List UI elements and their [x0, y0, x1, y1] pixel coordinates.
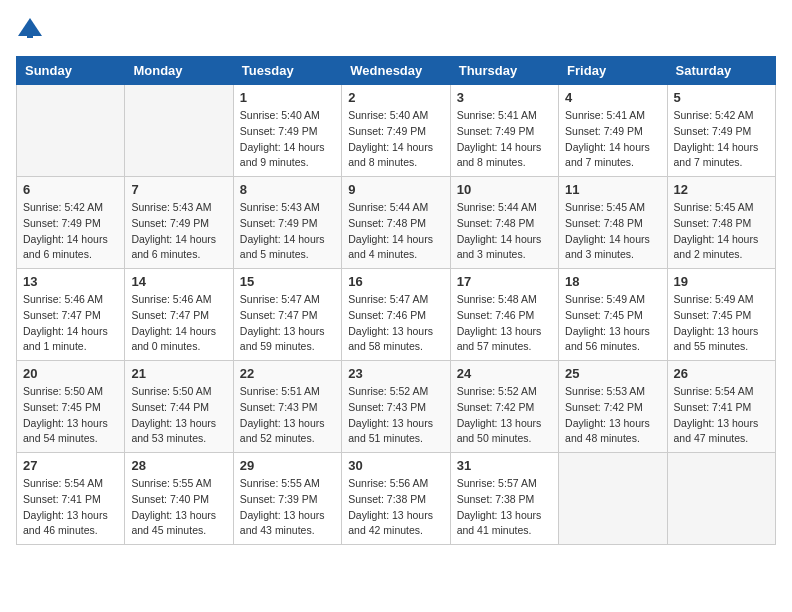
- day-number: 1: [240, 90, 335, 105]
- day-info: Sunrise: 5:40 AMSunset: 7:49 PMDaylight:…: [240, 108, 335, 171]
- calendar-cell: [667, 453, 775, 545]
- day-number: 30: [348, 458, 443, 473]
- day-number: 11: [565, 182, 660, 197]
- header-tuesday: Tuesday: [233, 57, 341, 85]
- calendar-cell: [559, 453, 667, 545]
- calendar-cell: 4Sunrise: 5:41 AMSunset: 7:49 PMDaylight…: [559, 85, 667, 177]
- day-info: Sunrise: 5:55 AMSunset: 7:39 PMDaylight:…: [240, 476, 335, 539]
- day-info: Sunrise: 5:52 AMSunset: 7:43 PMDaylight:…: [348, 384, 443, 447]
- header-monday: Monday: [125, 57, 233, 85]
- calendar-cell: 21Sunrise: 5:50 AMSunset: 7:44 PMDayligh…: [125, 361, 233, 453]
- day-number: 2: [348, 90, 443, 105]
- day-info: Sunrise: 5:54 AMSunset: 7:41 PMDaylight:…: [674, 384, 769, 447]
- calendar-cell: 13Sunrise: 5:46 AMSunset: 7:47 PMDayligh…: [17, 269, 125, 361]
- day-number: 29: [240, 458, 335, 473]
- day-info: Sunrise: 5:47 AMSunset: 7:47 PMDaylight:…: [240, 292, 335, 355]
- calendar-cell: 31Sunrise: 5:57 AMSunset: 7:38 PMDayligh…: [450, 453, 558, 545]
- calendar-cell: 23Sunrise: 5:52 AMSunset: 7:43 PMDayligh…: [342, 361, 450, 453]
- calendar-week-row: 20Sunrise: 5:50 AMSunset: 7:45 PMDayligh…: [17, 361, 776, 453]
- day-number: 19: [674, 274, 769, 289]
- header-wednesday: Wednesday: [342, 57, 450, 85]
- day-info: Sunrise: 5:45 AMSunset: 7:48 PMDaylight:…: [565, 200, 660, 263]
- calendar-cell: 1Sunrise: 5:40 AMSunset: 7:49 PMDaylight…: [233, 85, 341, 177]
- day-info: Sunrise: 5:43 AMSunset: 7:49 PMDaylight:…: [131, 200, 226, 263]
- day-info: Sunrise: 5:45 AMSunset: 7:48 PMDaylight:…: [674, 200, 769, 263]
- calendar-cell: 19Sunrise: 5:49 AMSunset: 7:45 PMDayligh…: [667, 269, 775, 361]
- day-number: 3: [457, 90, 552, 105]
- page-header: [16, 16, 776, 44]
- calendar-cell: 6Sunrise: 5:42 AMSunset: 7:49 PMDaylight…: [17, 177, 125, 269]
- calendar-cell: [17, 85, 125, 177]
- day-info: Sunrise: 5:42 AMSunset: 7:49 PMDaylight:…: [674, 108, 769, 171]
- calendar-cell: 30Sunrise: 5:56 AMSunset: 7:38 PMDayligh…: [342, 453, 450, 545]
- calendar-cell: 10Sunrise: 5:44 AMSunset: 7:48 PMDayligh…: [450, 177, 558, 269]
- calendar-cell: 24Sunrise: 5:52 AMSunset: 7:42 PMDayligh…: [450, 361, 558, 453]
- day-number: 15: [240, 274, 335, 289]
- calendar-week-row: 6Sunrise: 5:42 AMSunset: 7:49 PMDaylight…: [17, 177, 776, 269]
- calendar-header-row: SundayMondayTuesdayWednesdayThursdayFrid…: [17, 57, 776, 85]
- day-info: Sunrise: 5:43 AMSunset: 7:49 PMDaylight:…: [240, 200, 335, 263]
- calendar-cell: 27Sunrise: 5:54 AMSunset: 7:41 PMDayligh…: [17, 453, 125, 545]
- day-number: 16: [348, 274, 443, 289]
- calendar-cell: 22Sunrise: 5:51 AMSunset: 7:43 PMDayligh…: [233, 361, 341, 453]
- day-info: Sunrise: 5:46 AMSunset: 7:47 PMDaylight:…: [131, 292, 226, 355]
- day-info: Sunrise: 5:49 AMSunset: 7:45 PMDaylight:…: [565, 292, 660, 355]
- day-number: 26: [674, 366, 769, 381]
- day-info: Sunrise: 5:41 AMSunset: 7:49 PMDaylight:…: [565, 108, 660, 171]
- calendar-cell: 8Sunrise: 5:43 AMSunset: 7:49 PMDaylight…: [233, 177, 341, 269]
- day-info: Sunrise: 5:46 AMSunset: 7:47 PMDaylight:…: [23, 292, 118, 355]
- calendar-cell: 29Sunrise: 5:55 AMSunset: 7:39 PMDayligh…: [233, 453, 341, 545]
- day-number: 4: [565, 90, 660, 105]
- calendar-week-row: 13Sunrise: 5:46 AMSunset: 7:47 PMDayligh…: [17, 269, 776, 361]
- day-number: 10: [457, 182, 552, 197]
- day-number: 31: [457, 458, 552, 473]
- calendar-cell: 20Sunrise: 5:50 AMSunset: 7:45 PMDayligh…: [17, 361, 125, 453]
- day-number: 21: [131, 366, 226, 381]
- day-number: 6: [23, 182, 118, 197]
- calendar-cell: 9Sunrise: 5:44 AMSunset: 7:48 PMDaylight…: [342, 177, 450, 269]
- day-number: 24: [457, 366, 552, 381]
- day-info: Sunrise: 5:48 AMSunset: 7:46 PMDaylight:…: [457, 292, 552, 355]
- day-number: 28: [131, 458, 226, 473]
- day-info: Sunrise: 5:47 AMSunset: 7:46 PMDaylight:…: [348, 292, 443, 355]
- logo-icon: [16, 16, 44, 44]
- calendar-cell: 16Sunrise: 5:47 AMSunset: 7:46 PMDayligh…: [342, 269, 450, 361]
- header-friday: Friday: [559, 57, 667, 85]
- day-info: Sunrise: 5:44 AMSunset: 7:48 PMDaylight:…: [348, 200, 443, 263]
- calendar-cell: 28Sunrise: 5:55 AMSunset: 7:40 PMDayligh…: [125, 453, 233, 545]
- day-number: 7: [131, 182, 226, 197]
- day-info: Sunrise: 5:54 AMSunset: 7:41 PMDaylight:…: [23, 476, 118, 539]
- calendar-week-row: 27Sunrise: 5:54 AMSunset: 7:41 PMDayligh…: [17, 453, 776, 545]
- day-number: 20: [23, 366, 118, 381]
- logo: [16, 16, 48, 44]
- header-saturday: Saturday: [667, 57, 775, 85]
- day-number: 25: [565, 366, 660, 381]
- calendar-cell: [125, 85, 233, 177]
- day-info: Sunrise: 5:55 AMSunset: 7:40 PMDaylight:…: [131, 476, 226, 539]
- calendar-cell: 5Sunrise: 5:42 AMSunset: 7:49 PMDaylight…: [667, 85, 775, 177]
- calendar-cell: 14Sunrise: 5:46 AMSunset: 7:47 PMDayligh…: [125, 269, 233, 361]
- calendar-cell: 15Sunrise: 5:47 AMSunset: 7:47 PMDayligh…: [233, 269, 341, 361]
- day-number: 8: [240, 182, 335, 197]
- calendar-cell: 11Sunrise: 5:45 AMSunset: 7:48 PMDayligh…: [559, 177, 667, 269]
- calendar-cell: 2Sunrise: 5:40 AMSunset: 7:49 PMDaylight…: [342, 85, 450, 177]
- day-info: Sunrise: 5:50 AMSunset: 7:44 PMDaylight:…: [131, 384, 226, 447]
- day-info: Sunrise: 5:57 AMSunset: 7:38 PMDaylight:…: [457, 476, 552, 539]
- day-number: 9: [348, 182, 443, 197]
- day-number: 5: [674, 90, 769, 105]
- day-number: 17: [457, 274, 552, 289]
- day-info: Sunrise: 5:40 AMSunset: 7:49 PMDaylight:…: [348, 108, 443, 171]
- calendar-week-row: 1Sunrise: 5:40 AMSunset: 7:49 PMDaylight…: [17, 85, 776, 177]
- day-number: 12: [674, 182, 769, 197]
- header-sunday: Sunday: [17, 57, 125, 85]
- day-number: 27: [23, 458, 118, 473]
- day-number: 14: [131, 274, 226, 289]
- day-number: 22: [240, 366, 335, 381]
- calendar-cell: 7Sunrise: 5:43 AMSunset: 7:49 PMDaylight…: [125, 177, 233, 269]
- calendar-cell: 18Sunrise: 5:49 AMSunset: 7:45 PMDayligh…: [559, 269, 667, 361]
- calendar-table: SundayMondayTuesdayWednesdayThursdayFrid…: [16, 56, 776, 545]
- day-info: Sunrise: 5:53 AMSunset: 7:42 PMDaylight:…: [565, 384, 660, 447]
- day-info: Sunrise: 5:51 AMSunset: 7:43 PMDaylight:…: [240, 384, 335, 447]
- day-info: Sunrise: 5:41 AMSunset: 7:49 PMDaylight:…: [457, 108, 552, 171]
- day-info: Sunrise: 5:44 AMSunset: 7:48 PMDaylight:…: [457, 200, 552, 263]
